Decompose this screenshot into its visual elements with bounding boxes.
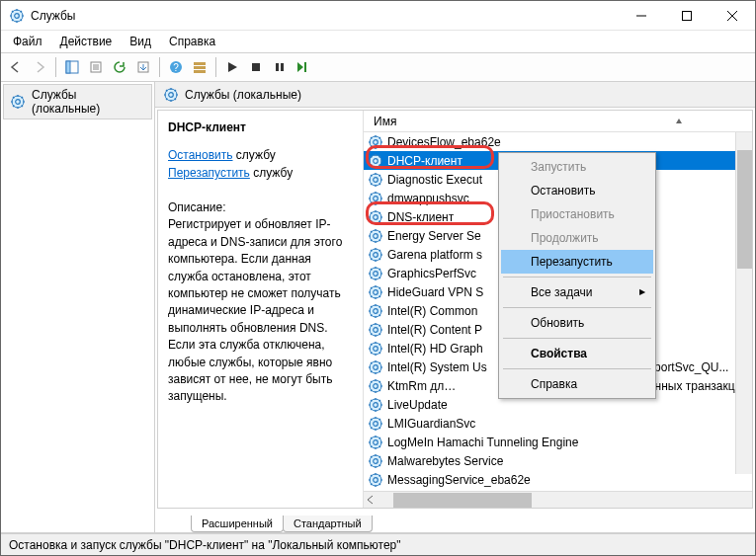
menubar: Файл Действие Вид Справка — [1, 31, 755, 52]
right-body: DHCP-клиент Остановить службу Перезапуст… — [157, 110, 753, 509]
column-header-label: Имя — [374, 115, 396, 128]
service-name-label: KtmRm для коорд — [387, 379, 457, 393]
tab-standard[interactable]: Стандартный — [283, 516, 373, 532]
service-name-label: DHCP-клиент — [387, 154, 462, 168]
menu-file[interactable]: Файл — [5, 33, 50, 50]
scroll-left-icon[interactable] — [364, 493, 378, 507]
right-header: Службы (локальные) — [155, 82, 755, 108]
svg-rect-11 — [194, 70, 206, 73]
scrollbar-thumb[interactable] — [393, 493, 532, 508]
tree-root-node[interactable]: Службы (локальные) — [3, 84, 152, 119]
service-name-label: DNS-клиент — [387, 210, 454, 224]
ctx-resume[interactable]: Продолжить — [501, 226, 653, 250]
services-icon — [10, 94, 26, 110]
service-icon — [368, 303, 383, 319]
service-icon — [368, 247, 383, 263]
menu-action[interactable]: Действие — [52, 33, 121, 50]
tree-pane[interactable]: Службы (локальные) — [1, 82, 155, 532]
service-name-label: LiveUpdate — [387, 398, 448, 412]
service-list-pane: Имя DevicesFlow_eba62eDHCP-клиентDiagnos… — [364, 111, 752, 508]
vertical-scrollbar[interactable] — [735, 132, 752, 474]
ctx-restart[interactable]: Перезапустить — [501, 250, 653, 274]
service-icon — [368, 378, 383, 394]
service-name-label: LogMeIn Hamachi Tunneling Engine — [387, 436, 578, 449]
ctx-pause[interactable]: Приостановить — [501, 202, 653, 226]
svg-rect-4 — [66, 61, 70, 73]
stop-link[interactable]: Остановить — [168, 148, 233, 162]
tree-root-label: Службы (локальные) — [32, 88, 145, 116]
stop-link-suffix: службу — [236, 148, 276, 162]
ctx-properties[interactable]: Свойства — [501, 342, 653, 365]
restart-service-button[interactable] — [293, 56, 314, 78]
large-icons-button[interactable] — [189, 56, 210, 78]
ctx-separator — [503, 307, 651, 308]
service-name-label: Intel(R) Common — [387, 304, 477, 318]
services-window: Службы Файл Действие Вид Справка ? — [0, 0, 756, 556]
properties-button[interactable] — [85, 56, 107, 78]
maximize-button[interactable] — [664, 1, 710, 31]
scrollbar-thumb[interactable] — [737, 150, 752, 269]
minimize-button[interactable] — [619, 1, 664, 31]
service-row[interactable]: LMIGuardianSvc — [364, 414, 752, 433]
horizontal-scrollbar[interactable] — [364, 491, 752, 508]
service-icon — [368, 341, 383, 357]
service-row[interactable]: LogMeIn Hamachi Tunneling Engine — [364, 433, 752, 451]
sort-asc-icon — [675, 118, 683, 125]
body: Службы (локальные) Службы (локальные) DH… — [1, 82, 755, 533]
service-icon — [368, 191, 383, 206]
menu-view[interactable]: Вид — [122, 33, 159, 50]
tab-extended[interactable]: Расширенный — [191, 516, 284, 532]
service-name-label: Intel(R) Content P — [387, 323, 482, 337]
ctx-separator — [503, 338, 651, 339]
ctx-stop[interactable]: Остановить — [501, 179, 653, 202]
service-name-label: Garena platform s — [387, 248, 482, 262]
close-button[interactable] — [710, 1, 755, 31]
pause-service-button[interactable] — [269, 56, 291, 78]
right-header-title: Службы (локальные) — [185, 88, 301, 102]
ctx-separator — [503, 368, 651, 369]
service-row[interactable]: Malwarebytes Service — [364, 451, 752, 470]
svg-rect-9 — [194, 62, 206, 65]
column-header-name[interactable]: Имя — [364, 111, 752, 132]
forward-button[interactable] — [29, 56, 50, 78]
toolbar-separator — [55, 57, 56, 77]
service-name-label: Intel(R) HD Graph — [387, 342, 483, 356]
service-name-label: HideGuard VPN S — [387, 285, 483, 299]
export-button[interactable] — [132, 56, 154, 78]
menu-help[interactable]: Справка — [161, 33, 223, 50]
show-hide-tree-button[interactable] — [61, 56, 83, 78]
restart-link[interactable]: Перезапустить — [168, 166, 250, 180]
start-service-button[interactable] — [221, 56, 243, 78]
description-pane: DHCP-клиент Остановить службу Перезапуст… — [158, 111, 364, 508]
services-icon — [163, 87, 179, 103]
service-name-label: MessagingService_eba62e — [387, 473, 531, 487]
right-pane: Службы (локальные) DHCP-клиент Остановит… — [155, 82, 755, 532]
service-icon — [368, 266, 383, 281]
toolbar-separator — [215, 57, 216, 77]
refresh-button[interactable] — [109, 56, 130, 78]
svg-text:?: ? — [173, 62, 179, 73]
stop-service-button[interactable] — [245, 56, 267, 78]
svg-rect-15 — [304, 62, 306, 72]
service-icon — [368, 172, 383, 188]
help-button[interactable]: ? — [165, 56, 187, 78]
service-icon — [368, 153, 383, 169]
back-button[interactable] — [5, 56, 27, 78]
ctx-start[interactable]: Запустить — [501, 155, 653, 179]
svg-rect-12 — [252, 63, 260, 71]
ctx-all-tasks[interactable]: Все задачи — [501, 280, 653, 304]
service-icon — [368, 435, 383, 450]
ctx-help[interactable]: Справка — [501, 372, 653, 396]
service-name-label: GraphicsPerfSvc — [387, 267, 476, 280]
service-row[interactable]: DevicesFlow_eba62e — [364, 132, 752, 151]
service-icon — [368, 322, 383, 338]
app-icon — [9, 8, 25, 24]
service-icon — [368, 397, 383, 413]
ctx-separator — [503, 277, 651, 278]
toolbar-separator — [159, 57, 160, 77]
svg-rect-14 — [281, 63, 284, 71]
ctx-refresh[interactable]: Обновить — [501, 311, 653, 335]
service-name-label: Malwarebytes Service — [387, 454, 503, 468]
service-row[interactable]: MessagingService_eba62e — [364, 470, 752, 489]
selected-service-name: DHCP-клиент — [168, 120, 353, 134]
